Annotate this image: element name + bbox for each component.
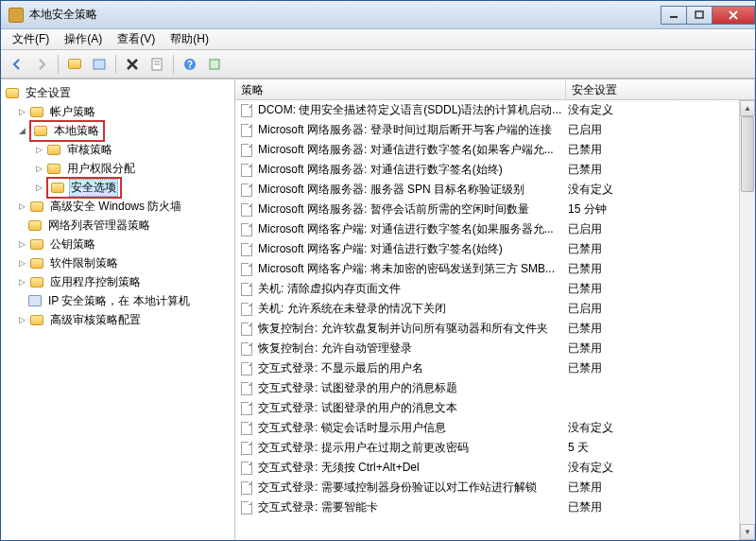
menu-help[interactable]: 帮助(H) [163, 29, 216, 49]
tree-account[interactable]: ▷ 帐户策略 [3, 102, 232, 121]
tree-advaudit[interactable]: ▷ 高级审核策略配置 [3, 310, 232, 329]
list-row[interactable]: Microsoft 网络客户端: 将未加密的密码发送到第三方 SMB...已禁用 [235, 259, 755, 279]
document-icon [239, 500, 254, 515]
app-window: 本地安全策略 文件(F) 操作(A) 查看(V) 帮助(H) ? [0, 0, 756, 541]
policy-text: 关机: 清除虚拟内存页面文件 [258, 281, 401, 297]
tree-ipsec[interactable]: IP 安全策略，在 本地计算机 [3, 291, 232, 310]
list-row[interactable]: 交互式登录: 试图登录的用户的消息文本 [235, 398, 755, 418]
list-body[interactable]: DCOM: 使用安全描述符定义语言(SDDL)语法的计算机启动...没有定义Mi… [235, 100, 755, 540]
scroll-thumb[interactable] [741, 116, 754, 192]
titlebar[interactable]: 本地安全策略 [1, 1, 755, 29]
list-row[interactable]: 恢复控制台: 允许自动管理登录已禁用 [235, 339, 755, 358]
list-row[interactable]: 关机: 清除虚拟内存页面文件已禁用 [235, 279, 755, 299]
list-row[interactable]: Microsoft 网络服务器: 暂停会话前所需的空闲时间数量15 分钟 [235, 200, 755, 219]
expand-icon[interactable]: ▷ [16, 238, 27, 250]
document-icon [239, 381, 254, 396]
tree-options[interactable]: ▷ 安全选项 [3, 178, 232, 197]
scrollbar[interactable]: ▲ ▼ [739, 100, 755, 540]
policy-cell: Microsoft 网络服务器: 服务器 SPN 目标名称验证级别 [239, 182, 566, 198]
menu-action[interactable]: 操作(A) [57, 29, 110, 49]
list-row[interactable]: Microsoft 网络服务器: 对通信进行数字签名(始终)已禁用 [235, 160, 755, 180]
policy-text: 交互式登录: 无须按 Ctrl+Alt+Del [258, 460, 420, 476]
tree-root[interactable]: 安全设置 [3, 83, 232, 102]
menu-file[interactable]: 文件(F) [5, 29, 57, 49]
properties-button[interactable] [146, 54, 167, 75]
setting-cell: 没有定义 [566, 460, 755, 476]
setting-cell: 没有定义 [566, 102, 755, 118]
svg-rect-0 [670, 16, 678, 18]
column-policy[interactable]: 策略 [235, 79, 566, 99]
help-button[interactable]: ? [180, 54, 200, 75]
list-row[interactable]: 交互式登录: 需要域控制器身份验证以对工作站进行解锁已禁用 [235, 478, 755, 497]
setting-cell: 已启用 [566, 301, 755, 317]
forward-button[interactable] [31, 54, 52, 75]
policy-cell: 关机: 清除虚拟内存页面文件 [239, 281, 566, 297]
list-row[interactable]: 交互式登录: 锁定会话时显示用户信息没有定义 [235, 418, 755, 438]
column-setting[interactable]: 安全设置 [566, 79, 755, 99]
close-button[interactable] [712, 6, 755, 25]
scroll-up-button[interactable]: ▲ [740, 100, 755, 116]
expand-icon[interactable]: ▷ [33, 182, 44, 193]
list-row[interactable]: 关机: 允许系统在未登录的情况下关闭已启用 [235, 299, 755, 319]
list-row[interactable]: 交互式登录: 无须按 Ctrl+Alt+Del没有定义 [235, 458, 755, 478]
document-icon [239, 401, 254, 416]
menu-view[interactable]: 查看(V) [110, 29, 163, 49]
export-button[interactable] [204, 54, 225, 75]
expand-icon[interactable]: ▷ [16, 276, 27, 288]
tree-firewall[interactable]: ▷ 高级安全 Windows 防火墙 [3, 197, 232, 216]
setting-cell: 已禁用 [566, 360, 755, 376]
tree-local[interactable]: ◢ 本地策略 [3, 121, 232, 140]
scroll-down-button[interactable]: ▼ [740, 524, 755, 540]
list-row[interactable]: Microsoft 网络客户端: 对通信进行数字签名(始终)已禁用 [235, 239, 755, 259]
folder-icon [29, 104, 44, 119]
list-row[interactable]: Microsoft 网络服务器: 服务器 SPN 目标名称验证级别没有定义 [235, 180, 755, 200]
document-icon [239, 183, 254, 198]
list-row[interactable]: Microsoft 网络服务器: 登录时间过期后断开与客户端的连接已启用 [235, 120, 755, 140]
list-row[interactable]: Microsoft 网络服务器: 对通信进行数字签名(如果客户端允...已禁用 [235, 140, 755, 160]
policy-text: 交互式登录: 不显示最后的用户名 [258, 360, 423, 376]
list-row[interactable]: 交互式登录: 试图登录的用户的消息标题 [235, 378, 755, 398]
tree-pubkey[interactable]: ▷ 公钥策略 [3, 235, 232, 253]
tree-pane[interactable]: 安全设置 ▷ 帐户策略 ◢ 本地策略 ▷ 审核策略 ▷ [1, 79, 235, 540]
folder-icon [29, 255, 44, 270]
up-button[interactable] [64, 54, 85, 75]
expand-icon[interactable]: ▷ [16, 257, 27, 269]
list-row[interactable]: 交互式登录: 提示用户在过期之前更改密码5 天 [235, 438, 755, 458]
tree-appctrl[interactable]: ▷ 应用程序控制策略 [3, 272, 232, 291]
tree-softrestrict[interactable]: ▷ 软件限制策略 [3, 253, 232, 272]
expand-icon[interactable]: ▷ [33, 144, 44, 155]
setting-cell: 15 分钟 [566, 201, 755, 218]
policy-text: DCOM: 使用安全描述符定义语言(SDDL)语法的计算机启动... [258, 102, 561, 118]
back-button[interactable] [7, 54, 27, 75]
document-icon [239, 302, 254, 317]
tree-audit[interactable]: ▷ 审核策略 [3, 140, 232, 159]
delete-button[interactable] [122, 54, 143, 75]
folder-icon [29, 199, 44, 214]
maximize-button[interactable] [686, 6, 713, 25]
list-row[interactable]: DCOM: 使用安全描述符定义语言(SDDL)语法的计算机启动...没有定义 [235, 100, 755, 120]
svg-rect-8 [210, 60, 219, 69]
scroll-track[interactable] [740, 116, 755, 524]
tree-netlist[interactable]: 网络列表管理器策略 [3, 216, 232, 235]
svg-text:?: ? [187, 60, 193, 70]
policy-cell: Microsoft 网络服务器: 对通信进行数字签名(如果客户端允... [239, 142, 566, 158]
expand-icon[interactable]: ▷ [16, 201, 27, 212]
document-icon [239, 143, 254, 158]
list-row[interactable]: 交互式登录: 需要智能卡已禁用 [235, 497, 755, 517]
list-row[interactable]: 恢复控制台: 允许软盘复制并访问所有驱动器和所有文件夹已禁用 [235, 319, 755, 339]
show-button[interactable] [89, 54, 110, 75]
collapse-icon[interactable]: ◢ [16, 125, 27, 136]
tree-rights[interactable]: ▷ 用户权限分配 [3, 159, 232, 178]
expand-icon[interactable]: ▷ [16, 106, 27, 117]
minimize-button[interactable] [661, 6, 687, 25]
list-row[interactable]: Microsoft 网络客户端: 对通信进行数字签名(如果服务器允...已启用 [235, 219, 755, 239]
expand-icon[interactable]: ▷ [16, 314, 27, 325]
document-icon [239, 361, 254, 376]
list-row[interactable]: 交互式登录: 不显示最后的用户名已禁用 [235, 358, 755, 378]
folder-icon [29, 312, 44, 327]
expand-icon[interactable]: ▷ [33, 163, 44, 174]
policy-text: Microsoft 网络客户端: 对通信进行数字签名(如果服务器允... [258, 221, 554, 237]
setting-cell: 已启用 [566, 122, 755, 138]
content-area: 安全设置 ▷ 帐户策略 ◢ 本地策略 ▷ 审核策略 ▷ [1, 79, 755, 540]
document-icon [239, 322, 254, 337]
